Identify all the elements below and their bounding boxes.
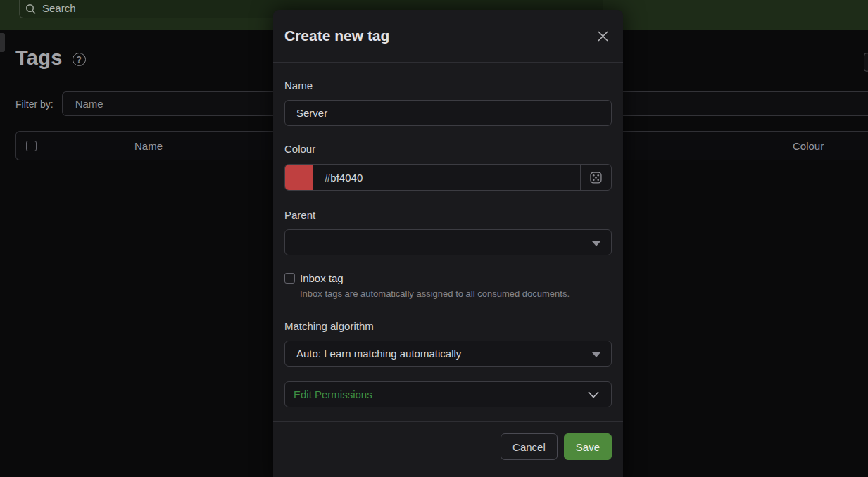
inbox-tag-checkbox[interactable] bbox=[284, 273, 295, 284]
inbox-tag-hint: Inbox tags are automatically assigned to… bbox=[300, 288, 612, 299]
inbox-tag-label: Inbox tag bbox=[300, 272, 344, 284]
edit-permissions-toggle[interactable]: Edit Permissions bbox=[284, 381, 612, 407]
edit-permissions-label: Edit Permissions bbox=[294, 388, 372, 400]
inbox-tag-row: Inbox tag bbox=[284, 272, 612, 284]
matching-algorithm-value: Auto: Learn matching automatically bbox=[296, 348, 461, 360]
chevron-down-icon bbox=[592, 241, 600, 246]
colour-input[interactable] bbox=[313, 165, 580, 190]
help-icon[interactable]: ? bbox=[73, 53, 86, 66]
modal-footer: Cancel Save bbox=[273, 421, 623, 470]
colour-label: Colour bbox=[284, 143, 612, 155]
search-icon bbox=[25, 4, 37, 15]
close-icon bbox=[596, 30, 610, 43]
parent-label: Parent bbox=[284, 209, 612, 221]
modal-body: Name Colour Par bbox=[273, 63, 623, 407]
page-title-row: Tags ? bbox=[15, 46, 86, 70]
name-label: Name bbox=[284, 80, 612, 91]
cutoff-button-edge[interactable] bbox=[864, 53, 868, 72]
save-button[interactable]: Save bbox=[564, 433, 612, 460]
chevron-down-icon bbox=[587, 390, 600, 399]
matching-algorithm-label: Matching algorithm bbox=[284, 320, 612, 332]
page-title: Tags bbox=[15, 46, 63, 70]
column-header-name[interactable]: Name bbox=[134, 140, 163, 152]
column-header-colour[interactable]: Colour bbox=[793, 140, 824, 152]
app-screen: Tags ? Filter by: Name Colour Create new… bbox=[0, 0, 868, 477]
filter-by-label: Filter by: bbox=[15, 98, 54, 110]
cancel-button[interactable]: Cancel bbox=[501, 433, 558, 460]
modal-header: Create new tag bbox=[273, 10, 623, 63]
parent-select[interactable] bbox=[284, 229, 612, 255]
name-input[interactable] bbox=[284, 100, 612, 126]
matching-algorithm-select[interactable]: Auto: Learn matching automatically bbox=[284, 341, 612, 367]
random-colour-button[interactable] bbox=[580, 165, 611, 190]
dice-icon bbox=[589, 170, 603, 185]
colour-input-group bbox=[284, 164, 612, 191]
colour-swatch bbox=[285, 165, 313, 190]
create-tag-modal: Create new tag Name Colour bbox=[273, 10, 623, 477]
sidebar-edge bbox=[0, 33, 5, 52]
select-all-checkbox[interactable] bbox=[26, 141, 37, 151]
close-button[interactable] bbox=[595, 28, 611, 44]
modal-title: Create new tag bbox=[284, 27, 389, 44]
chevron-down-icon bbox=[592, 352, 600, 357]
